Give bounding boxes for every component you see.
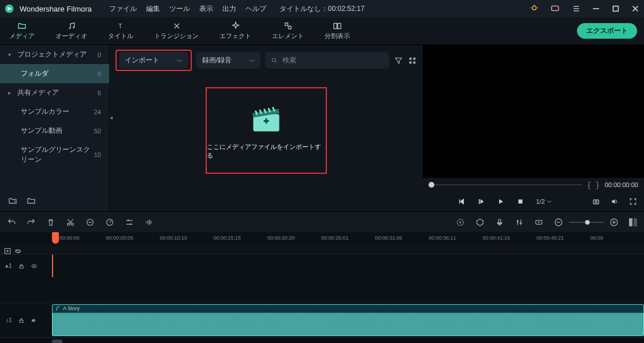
timeline-ruler[interactable]: 00:00:00:00 00:00:05:05 00:00:10:10 00:0… [0,232,644,244]
list-icon[interactable] [571,4,580,13]
import-drop-zone[interactable]: ここにメディアファイルをインポートする [206,87,327,174]
prev-frame-icon[interactable] [457,197,466,206]
toggle-view-icon[interactable] [629,218,637,226]
filter-icon[interactable] [394,56,403,65]
mixer-icon[interactable] [515,218,524,227]
new-folder-icon[interactable] [27,196,36,206]
search-input[interactable]: 検索 [265,52,389,69]
undo-icon[interactable] [7,218,16,227]
preview-quality-select[interactable]: 1/2 [536,198,552,205]
transition-icon [172,21,181,31]
snapshot-icon[interactable] [592,197,600,206]
menu-output[interactable]: 出力 [222,4,236,14]
message-icon[interactable] [550,4,560,13]
play-icon[interactable] [497,197,505,206]
sidebar-item-folder[interactable]: フォルダ 0 [0,64,109,83]
brace-close-icon[interactable]: } [596,180,599,189]
menubar: ファイル 編集 ツール 表示 出力 ヘルプ [109,4,266,14]
tab-audio[interactable]: オーディオ [53,19,90,43]
import-dropdown[interactable]: インポート [119,52,188,69]
clapperboard-icon [243,101,289,136]
audio-clip[interactable]: A Story [52,304,644,336]
import-highlight-box: インポート [116,50,192,71]
chevron-down-icon [177,58,183,64]
redo-icon[interactable] [27,218,36,227]
window-maximize-icon[interactable] [612,5,620,13]
delete-icon[interactable] [46,218,55,227]
tab-effects[interactable]: エフェクト [217,19,254,43]
menu-edit[interactable]: 編集 [146,4,160,14]
tab-elements[interactable]: エレメント [270,19,306,43]
sidebar-item-project-media[interactable]: ▾ プロジェクトメディア 0 [0,45,109,64]
sidebar-item-sample-color[interactable]: サンプルカラー 24 [0,102,109,121]
audio-graph-icon[interactable] [144,218,154,227]
scrollbar-thumb[interactable] [52,340,62,343]
playhead-flag[interactable] [52,232,59,244]
preview-scrub-bar[interactable]: { } 00:00:00:00 [423,178,644,192]
step-back-icon[interactable] [477,197,485,206]
menu-view[interactable]: 表示 [199,4,213,14]
lock-icon[interactable] [18,263,25,270]
window-close-icon[interactable] [631,5,639,13]
svg-rect-24 [410,57,412,59]
video-track-body[interactable] [52,255,644,277]
playhead-line[interactable] [52,255,53,277]
sidebar-item-sample-green[interactable]: サンプルグリーンスクリーン 10 [0,140,109,169]
render-icon[interactable] [456,218,465,227]
menu-tools[interactable]: ツール [169,4,190,14]
music-icon [67,21,76,31]
window-minimize-icon[interactable] [592,5,600,13]
marker-icon[interactable] [475,218,485,227]
zoom-in-icon[interactable] [609,218,619,227]
export-button[interactable]: エクスポート [577,23,637,39]
link-icon[interactable] [10,244,21,254]
fullscreen-icon[interactable] [629,197,637,206]
search-icon [271,57,278,64]
sidebar-item-sample-video[interactable]: サンプル動画 50 [0,121,109,140]
svg-point-15 [73,27,75,28]
grid-view-icon[interactable] [408,56,417,65]
timeline-scrollbar[interactable] [0,337,644,343]
mic-icon[interactable] [495,218,504,227]
zoom-slider[interactable] [569,222,604,223]
timeline-toolbar [0,211,644,232]
svg-rect-11 [613,6,619,12]
stop-icon[interactable] [516,197,524,206]
document-title: タイトルなし：00:02:52:17 [280,4,364,14]
record-dropdown[interactable]: 録画/録音 [196,52,260,69]
speed-icon[interactable] [105,218,114,227]
cut-icon[interactable] [66,218,75,227]
tab-media[interactable]: メディア [7,19,37,43]
volume-icon[interactable] [611,197,619,206]
timeline-tracks: ▸1 ♪1 A Story [0,254,644,343]
speaker-icon[interactable] [31,317,38,324]
menu-file[interactable]: ファイル [109,4,137,14]
menu-help[interactable]: ヘルプ [245,4,266,14]
tab-titles[interactable]: T タイトル [106,19,136,43]
preview-timecode: 00:00:00:00 [605,181,638,188]
new-folder-plus-icon[interactable]: + [8,196,17,206]
sidebar-collapse-icon[interactable]: ◂ [110,114,113,121]
preview-video-area[interactable] [423,45,644,178]
audio-track-body[interactable]: A Story [52,303,644,337]
sidebar-item-shared-media[interactable]: ▸ 共有メディア 6 [0,83,109,102]
adjust-icon[interactable] [125,218,134,227]
keyframe-icon[interactable] [534,218,544,227]
svg-rect-31 [479,199,480,204]
scrub-handle[interactable] [429,182,434,188]
brace-open-icon[interactable]: { [588,180,591,189]
svg-point-34 [595,201,597,203]
timeline-tool-row [0,244,644,254]
svg-rect-64 [20,320,23,322]
waveform [53,313,643,335]
tab-transitions[interactable]: トランジション [152,19,201,43]
lock-icon[interactable] [18,317,25,324]
video-track-row: ▸1 [0,254,644,277]
add-track-icon[interactable] [0,244,10,254]
zoom-out-icon[interactable] [554,218,563,227]
media-panel: インポート 録画/録音 検索 ここにメディア [110,45,423,211]
tab-split[interactable]: 分割表示 [322,19,352,43]
eye-icon[interactable] [31,263,38,270]
crop-icon[interactable] [85,218,95,227]
lightbulb-icon[interactable] [530,4,539,13]
